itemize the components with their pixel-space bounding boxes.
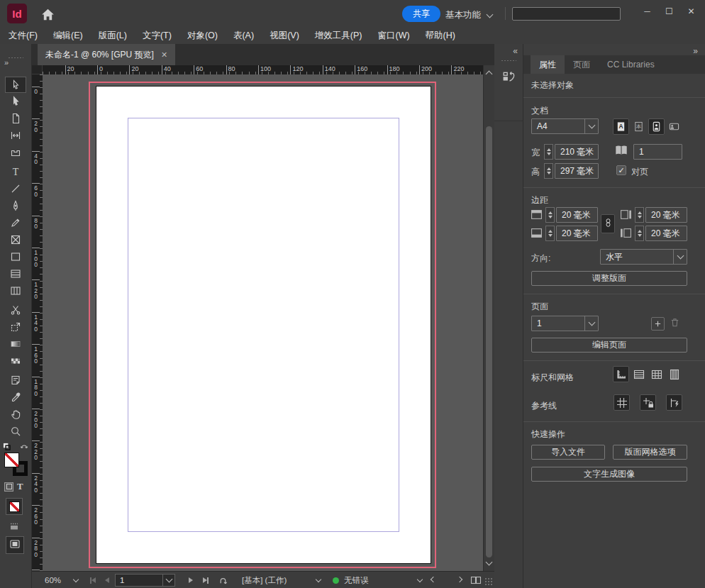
home-icon[interactable]	[40, 6, 55, 22]
search-input[interactable]	[512, 7, 621, 21]
expand-dock-icon[interactable]: «	[513, 46, 518, 56]
delete-page-icon[interactable]	[670, 317, 680, 330]
show-guides-icon[interactable]	[614, 394, 630, 411]
frame-tool[interactable]	[5, 231, 26, 248]
edit-page-button[interactable]: 编辑页面	[531, 338, 687, 353]
document-tab[interactable]: 未命名-1 @ 60% [GPU 预览] ✕	[38, 44, 175, 65]
link-margins-button[interactable]	[601, 214, 615, 233]
direct-selection-tool[interactable]	[5, 93, 26, 110]
pages-count-field[interactable]: 1	[633, 144, 682, 160]
ruler-corner-icon[interactable]	[613, 366, 629, 382]
previous-page-button[interactable]	[105, 572, 109, 588]
close-tab-icon[interactable]: ✕	[161, 50, 167, 60]
collapse-panel-icon[interactable]: »	[693, 46, 698, 56]
scroll-right-icon[interactable]	[457, 572, 462, 588]
expand-panel-icon[interactable]: »	[4, 58, 8, 67]
margin-left-field[interactable]: 20 毫米	[645, 226, 687, 241]
facing-pages-checkbox[interactable]: ✓	[616, 165, 626, 175]
zoom-tool[interactable]	[5, 423, 26, 440]
binding-rtl-icon[interactable]: 本	[631, 118, 647, 135]
vertical-ruler[interactable]: 0204060801001201401601802002202402602803…	[32, 74, 43, 571]
panel-grip[interactable]	[8, 57, 23, 59]
margin-left-stepper[interactable]	[635, 226, 644, 241]
scroll-left-icon[interactable]	[431, 572, 435, 588]
scroll-down-icon[interactable]	[486, 559, 493, 566]
text-to-image-button[interactable]: 文字生成图像	[531, 467, 687, 482]
margin-top-field[interactable]: 20 毫米	[556, 207, 598, 223]
minimize-button[interactable]: ─	[636, 0, 658, 23]
note-tool[interactable]	[5, 372, 26, 389]
current-page-dropdown[interactable]: 1	[531, 316, 599, 331]
screen-mode-button[interactable]	[6, 536, 24, 554]
scissors-tool[interactable]	[5, 301, 26, 318]
formatting-affects-container-button[interactable]	[4, 482, 13, 492]
menu-item-9[interactable]: 帮助(H)	[418, 27, 463, 44]
zoom-level-dropdown[interactable]: 60%	[45, 572, 61, 588]
page-tool[interactable]	[5, 110, 26, 127]
next-page-button[interactable]	[189, 572, 193, 588]
page-size-dropdown[interactable]: A4	[531, 118, 599, 134]
panel-tab-1[interactable]: 页面	[565, 55, 599, 74]
scroll-up-icon[interactable]	[486, 71, 493, 78]
close-button[interactable]: ✕	[680, 0, 702, 23]
formatting-affects-text-button[interactable]: T	[17, 481, 23, 492]
frame-grid-icon[interactable]	[666, 366, 682, 382]
orientation-portrait-icon[interactable]	[648, 118, 665, 135]
preflight-chevron-icon[interactable]	[316, 572, 321, 588]
share-button[interactable]: 共享	[402, 6, 440, 22]
layout-grid-options-button[interactable]: 版面网格选项	[613, 445, 687, 460]
menu-item-4[interactable]: 对象(O)	[179, 27, 226, 44]
direction-dropdown[interactable]: 水平	[600, 249, 687, 265]
selection-tool[interactable]	[5, 77, 26, 93]
type-tool[interactable]: T	[5, 163, 26, 180]
resize-grip[interactable]	[484, 577, 493, 586]
menu-item-0[interactable]: 文件(F)	[1, 27, 45, 44]
zoom-chevron-icon[interactable]	[74, 572, 78, 588]
menu-item-3[interactable]: 文字(T)	[135, 27, 179, 44]
gradient-feather-tool[interactable]	[5, 353, 26, 370]
dock-grip[interactable]	[501, 60, 516, 62]
margin-bottom-stepper[interactable]	[545, 226, 555, 241]
horizontal-ruler[interactable]: 20020406080100120140160180200220	[43, 65, 483, 74]
margin-top-stepper[interactable]	[545, 207, 555, 223]
maximize-button[interactable]: ☐	[658, 0, 680, 23]
pencil-tool[interactable]	[5, 214, 26, 231]
scrollbar-thumb[interactable]	[486, 126, 492, 558]
free-transform-tool[interactable]	[5, 318, 26, 335]
margin-right-field[interactable]: 20 毫米	[645, 207, 687, 223]
document-page[interactable]	[96, 87, 431, 563]
apply-none-button[interactable]	[6, 498, 23, 515]
pasteboard[interactable]	[43, 74, 483, 571]
lock-guides-icon[interactable]	[640, 394, 656, 411]
horizontal-grid-tool[interactable]	[5, 265, 26, 282]
hand-tool[interactable]	[5, 406, 26, 423]
panel-tab-2[interactable]: CC Libraries	[599, 55, 663, 74]
rotate-spread-icon[interactable]	[218, 572, 228, 588]
pen-tool[interactable]	[5, 197, 26, 214]
menu-item-7[interactable]: 增效工具(P)	[307, 27, 370, 44]
rectangle-tool[interactable]	[5, 248, 26, 265]
swap-fill-stroke-icon[interactable]	[19, 441, 29, 453]
workspace-switcher[interactable]: 基本功能	[445, 9, 492, 21]
page-number-dropdown[interactable]: 1	[115, 574, 175, 587]
orientation-landscape-icon[interactable]	[666, 118, 682, 135]
smart-guides-icon[interactable]	[666, 394, 682, 411]
content-collector-tool[interactable]	[5, 144, 26, 161]
spread-view-icon[interactable]	[470, 572, 482, 588]
menu-item-1[interactable]: 编辑(E)	[45, 27, 91, 44]
first-page-button[interactable]	[90, 572, 96, 588]
status-chevron-icon[interactable]	[418, 572, 422, 588]
margin-right-stepper[interactable]	[635, 207, 644, 223]
menu-item-8[interactable]: 窗口(W)	[370, 27, 417, 44]
import-file-button[interactable]: 导入文件	[531, 445, 605, 460]
preflight-status[interactable]: 无错误	[344, 572, 369, 588]
collapsed-panel-icon[interactable]	[499, 67, 519, 87]
height-field[interactable]: 297 毫米	[555, 163, 599, 179]
vertical-scrollbar[interactable]	[483, 65, 494, 571]
panel-tab-0[interactable]: 属性	[531, 55, 565, 74]
margin-bottom-field[interactable]: 20 毫米	[556, 226, 598, 241]
ruler-origin-corner[interactable]	[32, 65, 43, 74]
gap-tool[interactable]	[5, 127, 26, 144]
gradient-swatch-tool[interactable]	[5, 335, 26, 353]
menu-item-2[interactable]: 版面(L)	[91, 27, 135, 44]
